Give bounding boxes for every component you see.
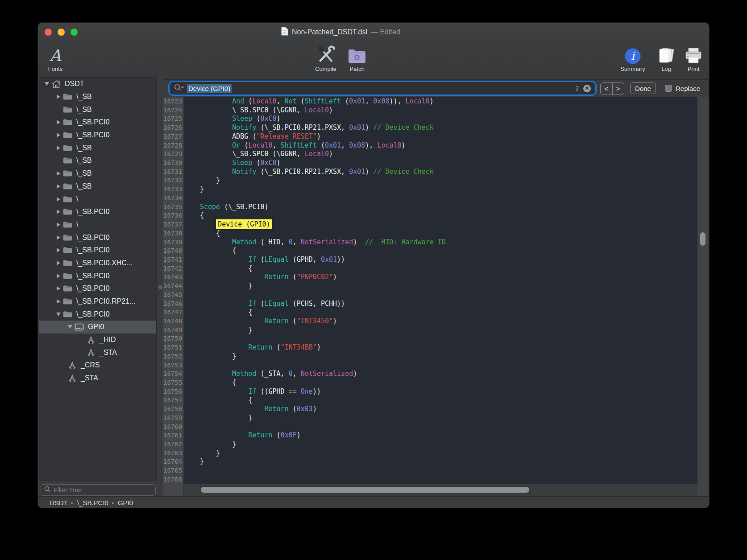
disclosure-right-icon[interactable] xyxy=(54,210,62,214)
disclosure-right-icon[interactable] xyxy=(54,299,62,304)
tree-row-sbpci0[interactable]: \_SB.PCI0 xyxy=(39,116,156,129)
code-line[interactable]: Return (0x03) xyxy=(200,405,697,414)
vertical-scrollbar-track[interactable] xyxy=(697,97,709,496)
code-line[interactable]: And (Local0, Not (ShiftLeft (0x01, 0x08)… xyxy=(200,97,697,106)
code-line[interactable] xyxy=(200,423,697,432)
filter-tree-field[interactable] xyxy=(41,484,156,496)
close-window-button[interactable] xyxy=(45,29,52,36)
tree-row-sbpci0xhc[interactable]: \_SB.PCI0.XHC... xyxy=(39,257,156,270)
code-line[interactable]: Or (Local0, ShiftLeft (0x01, 0x08), Loca… xyxy=(200,141,697,150)
code-line[interactable]: \_SB.SPC0 (\GGNR, Local0) xyxy=(200,150,697,159)
tree-row-sbpci0[interactable]: \_SB.PCI0 xyxy=(39,282,156,295)
summary-button[interactable]: i Summary xyxy=(616,43,649,72)
code-line[interactable]: Method (_HID, 0, NotSerialized) // _HID:… xyxy=(200,238,697,247)
code-line[interactable]: } xyxy=(200,352,697,361)
breadcrumb-item[interactable]: \_SB.PCI0 xyxy=(77,499,108,506)
tree-row-sbpci0[interactable]: \_SB.PCI0 xyxy=(39,269,156,282)
print-button[interactable]: Print xyxy=(681,43,706,72)
disclosure-right-icon[interactable] xyxy=(54,222,62,227)
tree-row-sbpci0[interactable]: \_SB.PCI0 xyxy=(39,129,156,142)
code-line[interactable]: ADBG ("Release RESET") xyxy=(200,132,697,141)
tree-row-sbpci0[interactable]: \_SB.PCI0 xyxy=(39,206,156,218)
disclosure-down-icon[interactable] xyxy=(66,325,74,329)
tree-row-crs[interactable]: _CRS xyxy=(39,359,156,372)
horizontal-scrollbar-thumb[interactable] xyxy=(201,487,529,493)
find-next-button[interactable]: > xyxy=(612,83,624,95)
find-previous-button[interactable]: < xyxy=(601,83,612,95)
horizontal-scrollbar-track[interactable] xyxy=(184,484,697,496)
zoom-window-button[interactable] xyxy=(71,29,78,36)
tree-row-sb[interactable]: \_SB xyxy=(39,141,156,154)
code-line[interactable]: } xyxy=(200,176,697,185)
code-line[interactable]: } xyxy=(200,185,697,194)
code-line[interactable]: { xyxy=(200,308,697,317)
disclosure-right-icon[interactable] xyxy=(54,274,62,278)
disclosure-right-icon[interactable] xyxy=(54,146,62,150)
tree-row-sb[interactable]: \_SB xyxy=(39,103,156,116)
tree-row-sb[interactable]: \_SB xyxy=(39,91,156,103)
disclosure-right-icon[interactable] xyxy=(54,133,62,137)
code-line[interactable]: } xyxy=(200,457,697,466)
code-line[interactable]: Scope (\_SB.PCI0) xyxy=(200,203,697,212)
filter-tree-input[interactable] xyxy=(53,486,152,494)
disclosure-right-icon[interactable] xyxy=(54,171,62,176)
disclosure-right-icon[interactable] xyxy=(54,197,62,202)
code-line[interactable]: } xyxy=(200,326,697,335)
code-line[interactable] xyxy=(200,291,697,300)
find-field[interactable]: Device (GPI0) 2 ✕ xyxy=(170,82,595,95)
code-line[interactable]: } xyxy=(200,449,697,458)
code-line[interactable] xyxy=(200,194,697,203)
disclosure-right-icon[interactable] xyxy=(54,95,62,99)
code-line[interactable]: { xyxy=(200,379,697,387)
tree-row-sb[interactable]: \_SB xyxy=(39,180,156,193)
code-line[interactable]: Method (_STA, 0, NotSerialized) xyxy=(200,370,697,379)
code-line[interactable] xyxy=(200,466,697,475)
splitter-handle[interactable] xyxy=(158,285,162,289)
disclosure-right-icon[interactable] xyxy=(54,286,62,291)
code-line[interactable] xyxy=(200,475,697,484)
tree-row-sb[interactable]: \_SB xyxy=(39,167,156,180)
replace-checkbox[interactable] xyxy=(665,85,672,92)
done-button[interactable]: Done xyxy=(630,82,656,94)
tree-row-gpi0[interactable]: GPI0 xyxy=(39,321,156,334)
tree-row-[interactable]: \ xyxy=(39,193,156,206)
code-line[interactable]: \_SB.SPC0 (\GGNR, Local0) xyxy=(200,106,697,115)
code-line[interactable] xyxy=(200,334,697,343)
tree-row-sb[interactable]: \_SB xyxy=(39,154,156,167)
tree-row-sbpci0[interactable]: \_SB.PCI0 xyxy=(39,244,156,257)
code-line[interactable]: Return (0x0F) xyxy=(200,431,697,440)
code-line[interactable]: { xyxy=(200,247,697,255)
tree-row-sbpci0rp21[interactable]: \_SB.PCI0.RP21... xyxy=(39,295,156,308)
tree-row-sta[interactable]: _STA xyxy=(39,372,156,385)
breadcrumb-item[interactable]: DSDT xyxy=(50,499,68,506)
code-line[interactable]: { xyxy=(200,229,697,238)
code-line[interactable]: { xyxy=(200,264,697,273)
disclosure-down-icon[interactable] xyxy=(54,313,62,316)
code-line[interactable]: Sleep (0xC8) xyxy=(200,115,697,124)
tree-row-sbpci0[interactable]: \_SB.PCI0 xyxy=(39,308,156,321)
tree-row-[interactable]: \ xyxy=(39,218,156,231)
code-line[interactable]: } xyxy=(200,440,697,449)
tree-row-dsdt[interactable]: DSDT xyxy=(39,78,156,91)
code-line[interactable]: Sleep (0xC8) xyxy=(200,159,697,168)
code-line[interactable]: Return ("INT3450") xyxy=(200,317,697,326)
vertical-scrollbar-thumb[interactable] xyxy=(700,232,706,246)
code-line[interactable]: Notify (\_SB.PCI0.RP21.PXSX, 0x01) // De… xyxy=(200,124,697,132)
disclosure-right-icon[interactable] xyxy=(54,120,62,124)
fonts-button[interactable]: A Fonts xyxy=(42,43,69,72)
compile-button[interactable]: Compile xyxy=(310,43,341,72)
code-line[interactable]: } xyxy=(200,414,697,423)
disclosure-right-icon[interactable] xyxy=(54,235,62,240)
code-line[interactable]: Return ("PNP0C02") xyxy=(200,273,697,282)
code-line[interactable]: If ((GPHD == One)) xyxy=(200,387,697,396)
disclosure-right-icon[interactable] xyxy=(54,248,62,252)
tree-row-sbpci0[interactable]: \_SB.PCI0 xyxy=(39,231,156,244)
disclosure-right-icon[interactable] xyxy=(54,184,62,189)
disclosure-right-icon[interactable] xyxy=(54,261,62,265)
code-line[interactable] xyxy=(200,361,697,370)
code-line[interactable]: If (LEqual (PCHS, PCHH)) xyxy=(200,300,697,309)
code-line[interactable]: } xyxy=(200,282,697,291)
tree-row-hid[interactable]: _HID xyxy=(39,334,156,346)
code-text[interactable]: And (Local0, Not (ShiftLeft (0x01, 0x08)… xyxy=(184,97,697,484)
code-line[interactable]: Notify (\_SB.PCI0.RP21.PXSX, 0x01) // De… xyxy=(200,168,697,177)
